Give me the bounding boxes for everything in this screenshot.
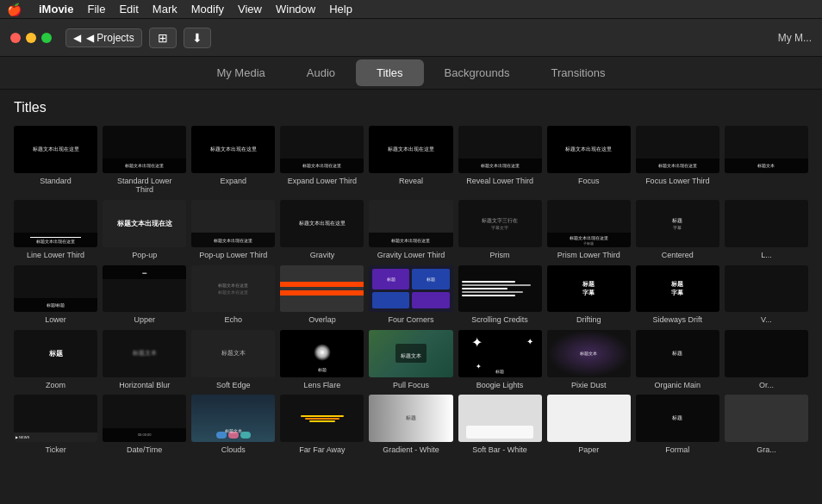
thumb-focus: 标题文本出现在这里	[547, 126, 631, 173]
tile-upper[interactable]: ▬ Upper	[103, 265, 186, 325]
menu-imovie[interactable]: iMovie	[39, 3, 73, 16]
tile-lens-flare[interactable]: 标题 Lens Flare	[280, 330, 364, 389]
tile-expand-lower-third[interactable]: 标题文本出现在这里 Expand Lower Third	[280, 126, 364, 195]
menu-modify[interactable]: Modify	[191, 3, 224, 16]
tile-organic-main[interactable]: 标题 Organic Main	[636, 330, 719, 389]
tile-standard[interactable]: 标题文本出现在这里 Standard	[14, 126, 97, 195]
tile-partial-1[interactable]: 标题文本	[725, 126, 808, 195]
label-reveal-lower-third: Reveal Lower Third	[466, 177, 533, 186]
thumb-gradient-white: 标题	[369, 395, 452, 442]
projects-button[interactable]: ◀ ◀ Projects	[65, 28, 142, 47]
menu-edit[interactable]: Edit	[119, 3, 138, 16]
tile-horizontal-blur[interactable]: 标题文本 Horizontal Blur	[103, 330, 186, 389]
tab-backgrounds[interactable]: Backgrounds	[424, 59, 531, 86]
thumb-overlap	[280, 265, 364, 313]
label-pop-up: Pop-up	[132, 251, 157, 260]
chevron-left-icon: ◀	[73, 32, 81, 44]
label-partial-5: Gra...	[757, 445, 776, 455]
thumb-horizontal-blur: 标题文本	[103, 330, 186, 377]
label-sideways-drift: Sideways Drift	[653, 315, 703, 325]
tile-gravity[interactable]: 标题文本出现在这里 Gravity	[280, 200, 364, 259]
label-paper: Paper	[578, 445, 599, 455]
apple-icon[interactable]: 🍎	[7, 3, 22, 16]
import-button[interactable]: ⬇	[184, 28, 211, 48]
tile-prism[interactable]: 标题文字三行在 字幕文字 Prism	[458, 200, 542, 259]
label-prism: Prism	[490, 251, 510, 260]
tile-standard-lower-third[interactable]: 标题文本出现在这里 Standard LowerThird	[103, 126, 186, 195]
tile-formal[interactable]: 标题 Formal	[636, 395, 719, 454]
tile-soft-bar-white[interactable]: Soft Bar - White	[458, 395, 542, 454]
tab-titles[interactable]: Titles	[356, 59, 424, 86]
maximize-button[interactable]	[41, 33, 52, 43]
tab-transitions[interactable]: Transitions	[530, 59, 626, 86]
tile-clouds[interactable]: 标题文本 Clouds	[191, 395, 275, 454]
tile-expand[interactable]: 标题文本出现在这里 Expand	[191, 126, 275, 195]
label-pop-up-lower-third: Pop-up Lower Third	[199, 251, 267, 260]
tile-focus-lower-third[interactable]: 标题文本出现在这里 Focus Lower Third	[636, 126, 719, 195]
menu-file[interactable]: File	[87, 3, 105, 16]
label-pull-focus: Pull Focus	[393, 381, 429, 390]
grid-view-button[interactable]: ⊞	[149, 28, 177, 48]
close-button[interactable]	[10, 33, 21, 43]
tile-date-time[interactable]: 00:00:00 Date/Time	[103, 395, 186, 454]
label-focus: Focus	[578, 177, 600, 186]
menu-view[interactable]: View	[238, 3, 262, 16]
tile-gradient-white[interactable]: 标题 Gradient - White	[369, 395, 452, 454]
tile-reveal-lower-third[interactable]: 标题文本出现在这里 Reveal Lower Third	[458, 126, 542, 195]
tile-pop-up[interactable]: 标题文本出现在这 Pop-up	[103, 200, 186, 259]
tab-my-media[interactable]: My Media	[196, 59, 285, 86]
tile-pull-focus[interactable]: 标题文本 Pull Focus	[369, 330, 452, 389]
tile-ticker[interactable]: ▶ NEWS Ticker	[14, 395, 97, 454]
minimize-button[interactable]	[26, 33, 36, 43]
thumb-pixie-dust: 标题文本	[547, 330, 631, 377]
toolbar: ◀ ◀ Projects ⊞ ⬇ My M...	[0, 19, 822, 57]
thumb-far-far-away	[280, 395, 364, 442]
tile-echo[interactable]: 标题文本在这里 标题文本在这里 Echo	[191, 265, 275, 325]
tile-line-lower-third[interactable]: 标题文本出现在这里 Line Lower Third	[14, 200, 97, 259]
tile-boogie-lights[interactable]: ✦ ✦ ✦ 标题 Boogie Lights	[458, 330, 542, 389]
tile-sideways-drift[interactable]: 标题字幕 Sideways Drift	[636, 265, 719, 325]
tile-paper[interactable]: Paper	[547, 395, 631, 454]
label-partial-2: L...	[761, 251, 772, 260]
thumb-prism: 标题文字三行在 字幕文字	[458, 200, 542, 247]
label-zoom: Zoom	[46, 381, 65, 390]
label-horizontal-blur: Horizontal Blur	[119, 381, 170, 390]
thumb-gravity: 标题文本出现在这里	[280, 200, 364, 247]
tile-lower[interactable]: 标题/标题 Lower	[14, 265, 97, 325]
label-boogie-lights: Boogie Lights	[476, 381, 524, 390]
label-upper: Upper	[134, 315, 155, 325]
tile-partial-4[interactable]: Or...	[725, 330, 808, 389]
tile-pixie-dust[interactable]: 标题文本 Pixie Dust	[547, 330, 631, 389]
tab-audio[interactable]: Audio	[286, 59, 356, 86]
menu-mark[interactable]: Mark	[153, 3, 177, 16]
tile-far-far-away[interactable]: Far Far Away	[280, 395, 364, 454]
tile-partial-2[interactable]: L...	[725, 200, 808, 259]
label-partial-3: V...	[761, 315, 772, 325]
tile-partial-5[interactable]: Gra...	[725, 395, 808, 454]
menu-window[interactable]: Window	[276, 3, 315, 16]
tile-pop-up-lower-third[interactable]: 标题文本出现在这里 Pop-up Lower Third	[191, 200, 275, 259]
thumb-reveal-lower-third: 标题文本出现在这里	[458, 126, 542, 173]
label-prism-lower-third: Prism Lower Third	[557, 251, 620, 260]
tile-zoom[interactable]: 标题 Zoom	[14, 330, 97, 389]
tile-soft-edge[interactable]: 标题文本 Soft Edge	[191, 330, 275, 389]
thumb-expand-lower-third: 标题文本出现在这里	[280, 126, 364, 173]
tile-reveal[interactable]: 标题文本出现在这里 Reveal	[369, 126, 452, 195]
toolbar-right-label: My M...	[778, 32, 812, 44]
tile-gravity-lower-third[interactable]: 标题文本出现在这里 Gravity Lower Third	[369, 200, 452, 259]
tile-prism-lower-third[interactable]: 标题文本出现在这里 子标题 Prism Lower Third	[547, 200, 631, 259]
tile-centered[interactable]: 标题 字幕 Centered	[636, 200, 719, 259]
section-title: Titles	[14, 100, 808, 115]
tile-partial-3[interactable]: V...	[725, 265, 808, 325]
label-pixie-dust: Pixie Dust	[571, 381, 607, 390]
tile-four-corners[interactable]: 标题 标题 Four Corners	[369, 265, 452, 325]
label-standard: Standard	[40, 177, 72, 186]
menu-help[interactable]: Help	[329, 3, 352, 16]
tile-drifting[interactable]: 标题字幕 Drifting	[547, 265, 631, 325]
thumb-expand: 标题文本出现在这里	[191, 126, 275, 173]
thumb-line-lower-third: 标题文本出现在这里	[14, 200, 97, 247]
tile-overlap[interactable]: Overlap	[280, 265, 364, 325]
tile-scrolling-credits[interactable]: Scrolling Credits	[458, 265, 542, 325]
thumb-prism-lower-third: 标题文本出现在这里 子标题	[547, 200, 631, 247]
tile-focus[interactable]: 标题文本出现在这里 Focus	[547, 126, 631, 195]
